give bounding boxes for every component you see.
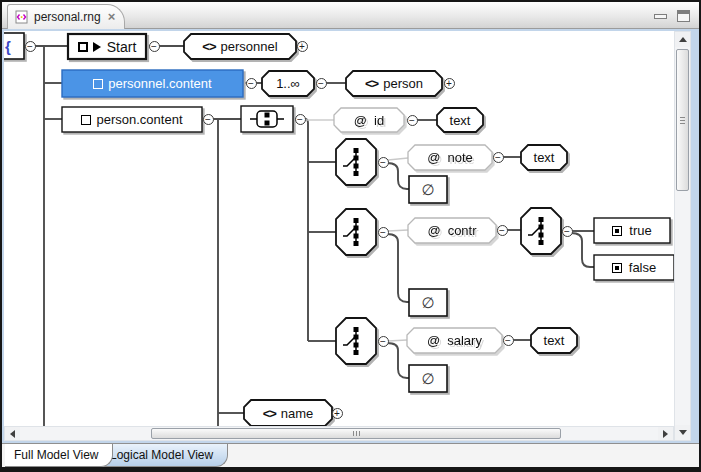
connector-line — [305, 119, 308, 341]
scroll-left-button[interactable] — [5, 427, 20, 440]
cardinality-label[interactable]: 1..∞ — [262, 71, 314, 96]
scroll-down-button[interactable] — [675, 425, 690, 440]
arrow-down-icon — [679, 430, 687, 435]
collapse-port[interactable]: − — [316, 78, 327, 89]
node-label: id — [374, 113, 384, 128]
start-label[interactable]: Start — [68, 34, 146, 59]
value-icon — [612, 226, 622, 236]
empty-note-label[interactable]: ∅ — [409, 176, 447, 203]
tab-full-model-view[interactable]: Full Model View — [5, 444, 113, 467]
arrow-left-icon — [10, 430, 15, 438]
scroll-up-button[interactable] — [675, 32, 690, 47]
maximize-view-button[interactable] — [677, 10, 690, 22]
expand-port[interactable]: + — [332, 408, 343, 419]
collapse-port[interactable]: − — [378, 227, 389, 238]
rng-file-icon — [15, 10, 29, 24]
node-label: 1..∞ — [276, 76, 300, 91]
element-name-label[interactable]: <>name — [244, 400, 332, 426]
node-label: false — [629, 260, 656, 275]
editor-tab-title: personal.rng — [34, 10, 101, 24]
collapse-port[interactable]: − — [246, 78, 257, 89]
editor-window: personal.rng × {Start<>personnelpersonne… — [0, 0, 701, 472]
def-personnel-content-label[interactable]: personnel.content — [62, 70, 243, 97]
node-label: personnel — [221, 39, 278, 54]
tab-label: Full Model View — [14, 448, 98, 462]
attr-contr-label[interactable]: @contr — [408, 218, 496, 243]
value-false-label[interactable]: false — [594, 255, 674, 280]
node-label: ∅ — [421, 181, 434, 199]
collapse-port[interactable]: − — [378, 336, 389, 347]
collapse-port[interactable]: − — [149, 41, 160, 52]
collapse-port[interactable]: − — [497, 225, 508, 236]
collapse-port[interactable]: − — [378, 157, 389, 168]
text-note-label[interactable]: text — [521, 145, 567, 170]
node-label: salary — [447, 333, 482, 348]
collapse-port[interactable]: − — [203, 114, 214, 125]
attr-id-label[interactable]: @id — [334, 108, 404, 132]
element-person-label[interactable]: <>person — [346, 71, 442, 96]
collapse-port[interactable]: − — [493, 152, 504, 163]
tab-close-icon[interactable]: × — [108, 11, 116, 23]
vertical-scroll-thumb[interactable] — [676, 49, 689, 191]
attr-note-label[interactable]: @note — [408, 145, 492, 170]
element-personnel-label[interactable]: <>personnel — [184, 34, 296, 59]
tab-label: Logical Model View — [110, 448, 213, 462]
value-true-label[interactable]: true — [594, 218, 670, 243]
node-label: text — [544, 333, 565, 348]
editor-tab-bar: personal.rng × — [2, 2, 699, 29]
node-label: { — [5, 38, 11, 55]
start-square-icon — [78, 42, 88, 52]
attribute-at-icon: @ — [427, 333, 440, 348]
pattern-square-icon — [81, 115, 91, 125]
value-icon — [612, 263, 622, 273]
connector-line — [571, 233, 594, 267]
node-label: note — [447, 150, 472, 165]
text-salary-label[interactable]: text — [531, 328, 577, 353]
horizontal-scrollbar[interactable] — [4, 426, 674, 441]
connector-line — [388, 230, 408, 231]
node-label: name — [281, 406, 314, 421]
attr-salary-label[interactable]: @salary — [407, 328, 502, 353]
node-label: person — [383, 76, 423, 91]
editor-area: {Start<>personnelpersonnel.content1..∞<>… — [2, 29, 699, 443]
diagram-canvas[interactable]: {Start<>personnelpersonnel.content1..∞<>… — [4, 31, 674, 426]
connector-line — [387, 234, 409, 302]
editor-tab-personal-rng[interactable]: personal.rng × — [7, 4, 125, 29]
node-label: ∅ — [421, 294, 434, 312]
expand-port[interactable]: + — [297, 41, 308, 52]
node-label: ∅ — [421, 370, 434, 388]
start-arrow-icon — [93, 42, 101, 52]
pattern-square-icon — [93, 79, 103, 89]
minimize-view-button[interactable] — [654, 14, 667, 19]
collapse-port[interactable]: − — [295, 114, 306, 125]
node-label: text — [534, 150, 555, 165]
scroll-right-button[interactable] — [658, 427, 673, 440]
empty-salary-label[interactable]: ∅ — [409, 365, 447, 392]
collapse-port[interactable]: − — [25, 41, 36, 52]
connector-line — [387, 343, 409, 378]
group-node[interactable] — [241, 106, 293, 132]
view-tab-bar: Full Model View Logical Model View — [2, 443, 699, 467]
node-label: personnel.content — [108, 76, 211, 91]
vertical-scrollbar[interactable] — [674, 31, 691, 441]
collapse-port[interactable]: − — [562, 226, 573, 237]
node-label: Start — [107, 39, 137, 55]
attribute-at-icon: @ — [427, 150, 440, 165]
element-brackets-icon: <> — [365, 76, 378, 91]
arrow-right-icon — [663, 430, 668, 438]
horizontal-scroll-thumb[interactable] — [151, 428, 561, 439]
connector-line — [387, 163, 409, 189]
root-label[interactable]: { — [4, 33, 24, 59]
tab-logical-model-view[interactable]: Logical Model View — [101, 444, 228, 467]
connector-line — [388, 340, 407, 341]
expand-port[interactable]: + — [444, 78, 455, 89]
empty-contr-label[interactable]: ∅ — [409, 289, 447, 316]
text-id-label[interactable]: text — [437, 108, 483, 132]
node-label: text — [450, 113, 471, 128]
arrow-up-icon — [679, 37, 687, 42]
collapse-port[interactable]: − — [503, 335, 514, 346]
def-person-content-label[interactable]: person.content — [62, 107, 202, 132]
element-brackets-icon: <> — [202, 39, 215, 54]
collapse-port[interactable]: − — [407, 115, 418, 126]
connector-line — [388, 158, 408, 160]
